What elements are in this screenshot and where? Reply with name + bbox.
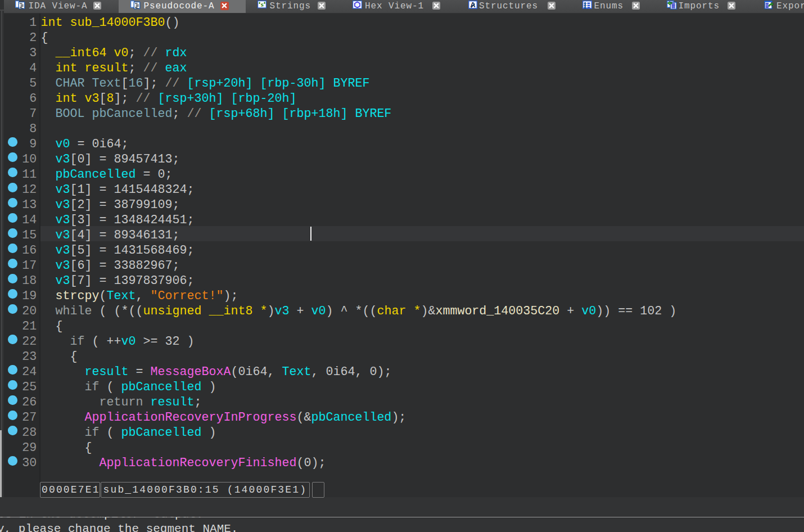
svg-text:s: s	[261, 1, 264, 8]
svg-text:A: A	[470, 1, 476, 9]
